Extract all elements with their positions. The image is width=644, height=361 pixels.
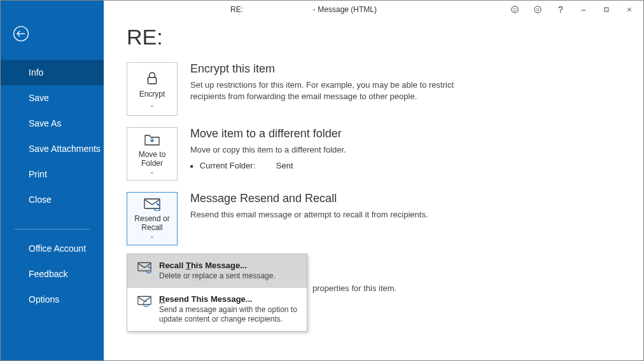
properties-body-partial: properties for this item. xyxy=(312,283,396,293)
close-icon[interactable] xyxy=(618,1,641,18)
svg-rect-12 xyxy=(148,78,157,84)
sidebar-item-options[interactable]: Options xyxy=(1,287,104,312)
title-subject: RE: xyxy=(230,5,243,14)
face-sad-icon[interactable] xyxy=(526,1,549,18)
face-happy-icon[interactable] xyxy=(503,1,526,18)
section-resend-recall: Resend or Recall ⌄ Message Resend and Re… xyxy=(127,192,628,245)
help-icon[interactable]: ? xyxy=(549,1,572,18)
svg-point-2 xyxy=(515,8,516,9)
back-button[interactable] xyxy=(12,25,104,44)
minimize-icon[interactable] xyxy=(572,1,595,18)
chevron-down-icon: ⌄ xyxy=(150,169,155,175)
encrypt-button[interactable]: Encrypt ⌄ xyxy=(127,62,178,116)
encrypt-heading: Encrypt this item xyxy=(190,62,483,76)
sidebar-item-save-as[interactable]: Save As xyxy=(1,111,104,136)
sidebar-item-feedback[interactable]: Feedback xyxy=(1,261,104,287)
svg-point-4 xyxy=(536,8,537,9)
svg-point-0 xyxy=(512,6,519,13)
svg-point-1 xyxy=(514,8,514,9)
sidebar-item-info[interactable]: Info xyxy=(1,60,104,85)
outlook-backstage-window: RE: - Message (HTML) ? xyxy=(0,0,644,361)
lock-icon xyxy=(144,70,160,86)
chevron-down-icon: ⌄ xyxy=(150,233,155,239)
encrypt-body: Set up restrictions for this item. For e… xyxy=(190,79,483,102)
svg-rect-7 xyxy=(605,8,608,11)
section-move: Move to Folder ⌄ Move item to a differen… xyxy=(127,127,628,180)
envelope-recall-icon xyxy=(137,262,151,273)
move-body: Move or copy this item to a different fo… xyxy=(190,144,346,156)
envelope-resend-icon xyxy=(137,296,151,307)
section-encrypt: Encrypt ⌄ Encrypt this item Set up restr… xyxy=(127,62,628,116)
sidebar-item-save-attachments[interactable]: Save Attachments xyxy=(1,136,104,161)
current-folder-row: ■ Current Folder: Sent xyxy=(190,161,346,172)
folder-move-icon xyxy=(144,133,160,147)
maximize-icon[interactable] xyxy=(595,1,618,18)
sidebar-item-save[interactable]: Save xyxy=(1,85,104,111)
svg-rect-15 xyxy=(138,296,151,304)
resend-body: Resend this email message or attempt to … xyxy=(190,209,428,221)
move-to-folder-button[interactable]: Move to Folder ⌄ xyxy=(127,127,178,180)
move-heading: Move item to a different folder xyxy=(190,127,346,140)
svg-point-3 xyxy=(535,6,542,13)
title-doctype: - Message (HTML) xyxy=(313,5,377,14)
sidebar-item-close[interactable]: Close xyxy=(1,187,104,212)
envelope-recall-icon xyxy=(144,198,160,211)
resend-recall-menu: Recall This Message... Delete or replace… xyxy=(127,254,307,332)
sidebar-divider xyxy=(15,229,90,229)
page-title: RE: xyxy=(127,25,628,50)
svg-point-5 xyxy=(538,8,539,9)
backstage-sidebar: Info Save Save As Save Attachments Print… xyxy=(1,1,104,360)
sidebar-item-print[interactable]: Print xyxy=(1,161,104,187)
resend-heading: Message Resend and Recall xyxy=(190,192,428,205)
menu-item-resend-this-message[interactable]: Resend This Message... Send a message ag… xyxy=(127,288,307,331)
sidebar-item-office-account[interactable]: Office Account xyxy=(1,236,104,261)
resend-or-recall-button[interactable]: Resend or Recall ⌄ xyxy=(127,192,178,245)
chevron-down-icon: ⌄ xyxy=(150,102,155,108)
menu-item-recall-this-message[interactable]: Recall This Message... Delete or replace… xyxy=(127,254,307,288)
